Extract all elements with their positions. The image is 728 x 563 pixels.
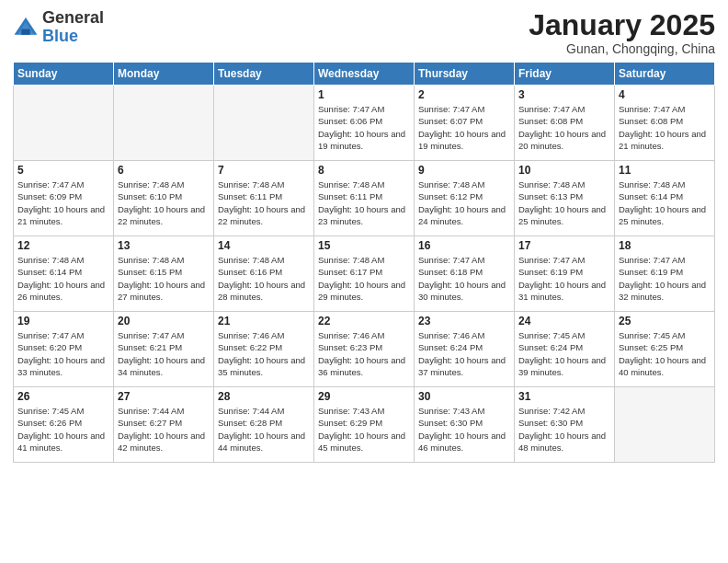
logo-icon (13, 15, 39, 40)
day-cell: 18Sunrise: 7:47 AM Sunset: 6:19 PM Dayli… (615, 236, 715, 312)
header-thursday: Thursday (415, 63, 515, 86)
day-cell: 15Sunrise: 7:48 AM Sunset: 6:17 PM Dayli… (314, 236, 415, 312)
day-info: Sunrise: 7:47 AM Sunset: 6:18 PM Dayligh… (418, 254, 510, 303)
day-info: Sunrise: 7:48 AM Sunset: 6:15 PM Dayligh… (118, 254, 210, 303)
day-cell: 25Sunrise: 7:45 AM Sunset: 6:25 PM Dayli… (615, 312, 715, 387)
day-number: 26 (17, 390, 109, 403)
day-cell: 17Sunrise: 7:47 AM Sunset: 6:19 PM Dayli… (515, 236, 615, 312)
day-number: 20 (118, 315, 210, 327)
header-tuesday: Tuesday (214, 63, 314, 86)
day-cell: 8Sunrise: 7:48 AM Sunset: 6:11 PM Daylig… (314, 161, 415, 236)
day-number: 29 (318, 390, 410, 403)
day-info: Sunrise: 7:47 AM Sunset: 6:21 PM Dayligh… (118, 329, 210, 378)
day-info: Sunrise: 7:44 AM Sunset: 6:28 PM Dayligh… (218, 405, 310, 454)
day-cell: 24Sunrise: 7:45 AM Sunset: 6:24 PM Dayli… (515, 312, 615, 387)
day-number: 27 (118, 390, 210, 403)
day-cell: 21Sunrise: 7:46 AM Sunset: 6:22 PM Dayli… (214, 312, 314, 387)
day-number: 15 (318, 239, 410, 252)
day-info: Sunrise: 7:47 AM Sunset: 6:19 PM Dayligh… (619, 254, 711, 303)
day-cell: 10Sunrise: 7:48 AM Sunset: 6:13 PM Dayli… (515, 161, 615, 236)
week-row-5: 26Sunrise: 7:45 AM Sunset: 6:26 PM Dayli… (14, 387, 715, 463)
day-cell: 26Sunrise: 7:45 AM Sunset: 6:26 PM Dayli… (14, 387, 114, 463)
header-sunday: Sunday (14, 63, 114, 86)
weekday-header-row: Sunday Monday Tuesday Wednesday Thursday… (14, 63, 715, 86)
day-number: 24 (518, 315, 610, 327)
title-block: January 2025 Gunan, Chongqing, China (529, 9, 715, 56)
day-info: Sunrise: 7:48 AM Sunset: 6:17 PM Dayligh… (318, 254, 410, 303)
day-cell (114, 86, 214, 161)
day-cell: 16Sunrise: 7:47 AM Sunset: 6:18 PM Dayli… (415, 236, 515, 312)
header-friday: Friday (515, 63, 615, 86)
day-cell: 30Sunrise: 7:43 AM Sunset: 6:30 PM Dayli… (415, 387, 515, 463)
day-info: Sunrise: 7:45 AM Sunset: 6:24 PM Dayligh… (518, 329, 610, 378)
day-number: 12 (17, 239, 109, 252)
svg-rect-2 (21, 29, 29, 34)
day-info: Sunrise: 7:48 AM Sunset: 6:11 PM Dayligh… (218, 178, 310, 227)
day-info: Sunrise: 7:48 AM Sunset: 6:14 PM Dayligh… (17, 254, 109, 303)
day-cell (14, 86, 114, 161)
day-cell: 23Sunrise: 7:46 AM Sunset: 6:24 PM Dayli… (415, 312, 515, 387)
day-number: 6 (118, 164, 210, 177)
day-cell: 29Sunrise: 7:43 AM Sunset: 6:29 PM Dayli… (314, 387, 415, 463)
calendar: Sunday Monday Tuesday Wednesday Thursday… (13, 62, 715, 463)
day-cell: 12Sunrise: 7:48 AM Sunset: 6:14 PM Dayli… (14, 236, 114, 312)
day-cell: 22Sunrise: 7:46 AM Sunset: 6:23 PM Dayli… (314, 312, 415, 387)
day-cell: 14Sunrise: 7:48 AM Sunset: 6:16 PM Dayli… (214, 236, 314, 312)
day-cell: 3Sunrise: 7:47 AM Sunset: 6:08 PM Daylig… (515, 86, 615, 161)
day-number: 10 (518, 164, 610, 177)
day-info: Sunrise: 7:43 AM Sunset: 6:30 PM Dayligh… (418, 405, 510, 454)
day-info: Sunrise: 7:43 AM Sunset: 6:29 PM Dayligh… (318, 405, 410, 454)
day-info: Sunrise: 7:47 AM Sunset: 6:07 PM Dayligh… (418, 103, 510, 152)
day-cell: 9Sunrise: 7:48 AM Sunset: 6:12 PM Daylig… (415, 161, 515, 236)
day-info: Sunrise: 7:48 AM Sunset: 6:16 PM Dayligh… (218, 254, 310, 303)
day-info: Sunrise: 7:46 AM Sunset: 6:24 PM Dayligh… (418, 329, 510, 378)
day-cell: 5Sunrise: 7:47 AM Sunset: 6:09 PM Daylig… (14, 161, 114, 236)
day-number: 17 (518, 239, 610, 252)
day-number: 13 (118, 239, 210, 252)
day-number: 2 (418, 88, 510, 101)
week-row-2: 5Sunrise: 7:47 AM Sunset: 6:09 PM Daylig… (14, 161, 715, 236)
logo-blue-text: Blue (42, 27, 78, 45)
day-number: 25 (619, 315, 711, 327)
day-info: Sunrise: 7:44 AM Sunset: 6:27 PM Dayligh… (118, 405, 210, 454)
day-number: 11 (619, 164, 711, 177)
day-number: 4 (619, 88, 711, 101)
day-number: 5 (17, 164, 109, 177)
day-number: 7 (218, 164, 310, 177)
week-row-1: 1Sunrise: 7:47 AM Sunset: 6:06 PM Daylig… (14, 86, 715, 161)
header-saturday: Saturday (615, 63, 715, 86)
day-number: 18 (619, 239, 711, 252)
day-cell: 13Sunrise: 7:48 AM Sunset: 6:15 PM Dayli… (114, 236, 214, 312)
day-number: 22 (318, 315, 410, 327)
day-cell: 27Sunrise: 7:44 AM Sunset: 6:27 PM Dayli… (114, 387, 214, 463)
day-cell: 2Sunrise: 7:47 AM Sunset: 6:07 PM Daylig… (415, 86, 515, 161)
day-info: Sunrise: 7:48 AM Sunset: 6:10 PM Dayligh… (118, 178, 210, 227)
day-number: 3 (518, 88, 610, 101)
day-info: Sunrise: 7:47 AM Sunset: 6:08 PM Dayligh… (619, 103, 711, 152)
day-cell: 4Sunrise: 7:47 AM Sunset: 6:08 PM Daylig… (615, 86, 715, 161)
day-info: Sunrise: 7:45 AM Sunset: 6:26 PM Dayligh… (17, 405, 109, 454)
day-number: 14 (218, 239, 310, 252)
day-number: 28 (218, 390, 310, 403)
day-info: Sunrise: 7:48 AM Sunset: 6:11 PM Dayligh… (318, 178, 410, 227)
day-info: Sunrise: 7:45 AM Sunset: 6:25 PM Dayligh… (619, 329, 711, 378)
header-wednesday: Wednesday (314, 63, 415, 86)
day-number: 21 (218, 315, 310, 327)
day-info: Sunrise: 7:46 AM Sunset: 6:22 PM Dayligh… (218, 329, 310, 378)
day-number: 31 (518, 390, 610, 403)
week-row-4: 19Sunrise: 7:47 AM Sunset: 6:20 PM Dayli… (14, 312, 715, 387)
day-info: Sunrise: 7:47 AM Sunset: 6:20 PM Dayligh… (17, 329, 109, 378)
day-info: Sunrise: 7:42 AM Sunset: 6:30 PM Dayligh… (518, 405, 610, 454)
day-info: Sunrise: 7:47 AM Sunset: 6:09 PM Dayligh… (17, 178, 109, 227)
day-number: 16 (418, 239, 510, 252)
day-info: Sunrise: 7:46 AM Sunset: 6:23 PM Dayligh… (318, 329, 410, 378)
day-cell (214, 86, 314, 161)
header-monday: Monday (114, 63, 214, 86)
day-number: 19 (17, 315, 109, 327)
day-number: 30 (418, 390, 510, 403)
header: General Blue January 2025 Gunan, Chongqi… (13, 9, 715, 56)
day-info: Sunrise: 7:48 AM Sunset: 6:14 PM Dayligh… (619, 178, 711, 227)
day-cell: 28Sunrise: 7:44 AM Sunset: 6:28 PM Dayli… (214, 387, 314, 463)
page: General Blue January 2025 Gunan, Chongqi… (0, 0, 728, 563)
day-cell (615, 387, 715, 463)
